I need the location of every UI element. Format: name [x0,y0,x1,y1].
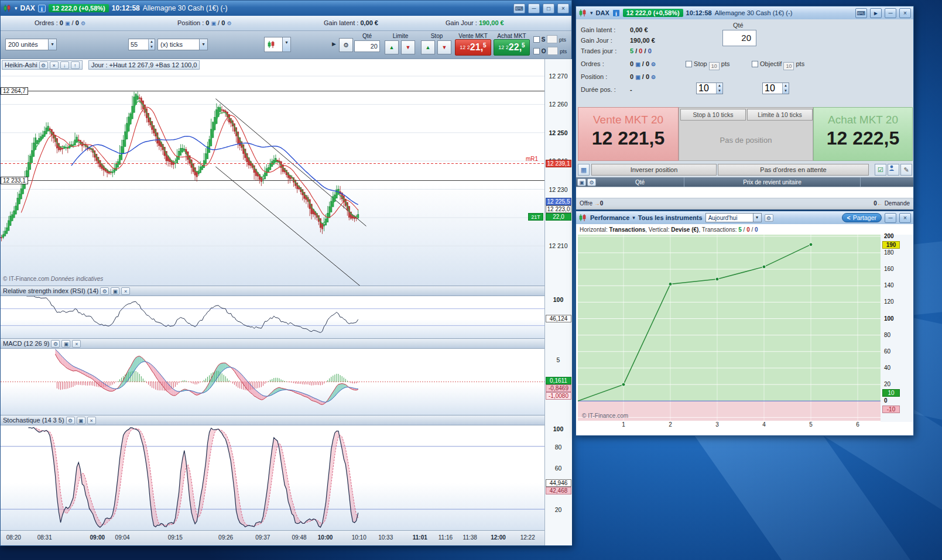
qty-input[interactable]: 20 [722,30,756,46]
objectif-pts-input[interactable]: 10 [783,62,794,70]
symbol-dropdown-icon[interactable]: ▾ [590,10,593,16]
performance-chart-canvas[interactable] [578,235,881,421]
maximize-button[interactable]: □ [543,4,554,13]
sell-market-toolbar-button[interactable]: 12 221,5 [455,39,491,56]
study-settings-icon[interactable]: ⚙ [39,61,48,69]
edit-orders-icon[interactable]: ✎ [900,164,912,176]
perf-tick-label: 200 [884,233,907,239]
col-unit-cost[interactable]: Prix de revient unitaire [684,179,860,185]
settings-wrench-icon[interactable]: ⚙ [339,38,353,52]
macd-value-box: -0,8469 [546,384,571,392]
qty-toolbar-input[interactable]: 20 [354,40,380,52]
table-settings-icon[interactable]: ⚙ [587,178,596,186]
minimize-button[interactable]: ─ [528,4,540,13]
sell-market-button[interactable]: Vente MKT 20 12 221,5 [578,107,679,161]
rsi-chart-canvas[interactable] [1,296,544,338]
price-change-badge: 12 222,0 (+0,58%) [623,9,683,17]
perf-xtick-label: 2 [664,421,676,428]
order-window-titlebar[interactable]: ▾ DAX i 12 222,0 (+0,58%) 10:12:58 Allem… [576,6,913,19]
keyboard-shortcuts-button[interactable]: ⌨ [855,8,867,18]
account-icon[interactable] [888,164,899,176]
stoch-window-icon[interactable]: ▣ [77,417,85,424]
study-move-up-icon[interactable]: ↑ [71,61,80,69]
macd-chart-canvas[interactable] [1,349,544,415]
instruments-dropdown[interactable]: Tous les instruments [638,214,703,221]
buy-market-toolbar-button[interactable]: 12 222,5 [494,39,530,56]
position-window-icon[interactable]: ▣ [635,74,640,80]
stop-distance-stepper[interactable]: 10 ▲▼ [696,83,723,94]
minimize-button[interactable]: ─ [885,8,896,18]
rsi-close-icon[interactable]: × [121,287,130,295]
chart-style-button[interactable]: ▾ [264,37,291,52]
target-distance-stepper[interactable]: 10 ▲▼ [762,83,789,94]
pin-window-button[interactable]: ► [870,8,882,18]
stoch-close-icon[interactable]: × [87,417,96,424]
stop-ticks-button[interactable]: Stop à 10 ticks [680,109,746,121]
info-icon[interactable]: i [612,9,620,17]
expand-arrow-icon[interactable]: ▶ [332,41,336,47]
account-summary-bar: Ordres : 0 ▣ / 0 ⚙ Position : 0 ▣ / 0 ⚙ … [1,16,571,31]
position-settings-icon[interactable]: ⚙ [227,20,231,26]
symbol-dropdown-icon[interactable]: ▾ [15,5,18,11]
duree-pos-value: - [630,86,632,93]
position-settings-icon[interactable]: ⚙ [651,74,656,80]
performance-titlebar[interactable]: Performance ▾ Tous les instruments Aujou… [576,211,913,224]
buy-limit-icon[interactable]: ▲ [385,40,399,54]
info-icon[interactable]: i [38,5,46,12]
performance-xaxis: 123456 [578,421,881,429]
no-pending-orders-button[interactable]: Pas d'ordres en attente [718,164,869,176]
chart-window-titlebar[interactable]: ▾ DAX i 12 222,0 (+0,58%) 10:12:58 Allem… [1,1,571,16]
performance-title: Performance [590,214,629,221]
stoch-settings-icon[interactable]: ⚙ [66,417,75,424]
period-dropdown[interactable]: Aujourd'hui▾ [705,213,762,222]
buy-market-button[interactable]: Achat MKT 20 12 222,5 [813,107,913,161]
position-window-icon[interactable]: ▣ [211,20,217,26]
keyboard-shortcuts-button[interactable]: ⌨ [513,4,525,13]
performance-settings-icon[interactable]: ⚙ [765,214,773,222]
orders-window-icon[interactable]: ▣ [635,61,640,67]
reverse-position-button[interactable]: Inverser position [591,164,717,176]
orders-settings-icon[interactable]: ⚙ [651,61,656,67]
stoch-chart-canvas[interactable] [1,425,544,530]
study-move-down-icon[interactable]: ↓ [60,61,69,69]
instruments-dropdown-icon[interactable]: ▾ [632,215,635,221]
study-close-icon[interactable]: × [50,61,59,69]
table-list-icon[interactable]: ▣ [577,178,586,186]
minimize-button[interactable]: ─ [885,213,896,223]
perf-xtick-label: 5 [805,421,817,428]
price-tick-label: 12 210 [545,242,571,249]
close-button[interactable]: × [899,213,911,223]
close-button[interactable]: × [557,4,569,13]
macd-settings-icon[interactable]: ⚙ [51,340,60,348]
target-pts-input[interactable] [547,47,558,55]
macd-window-icon[interactable]: ▣ [61,340,70,348]
timeframe-dropdown[interactable]: (x) ticks▾ [157,39,208,50]
confirm-table-icon[interactable]: ☑ [875,164,886,176]
orders-settings-icon[interactable]: ⚙ [81,20,85,26]
sell-limit-icon[interactable]: ▼ [401,40,415,54]
objectif-checkbox[interactable] [752,61,758,67]
period-stepper[interactable]: 55 ▲▼ [128,39,155,50]
stop-attach-checkbox[interactable] [533,36,540,43]
time-tick-label: 11:01 [409,534,430,541]
stop-pts-input[interactable] [547,35,557,43]
share-button[interactable]: < Partager [842,213,882,222]
study-chip-heikin-ashi[interactable]: Heikin-Ashi ⚙ × ↓ ↑ [2,60,83,70]
rsi-settings-icon[interactable]: ⚙ [100,287,109,295]
orders-window-icon[interactable]: ▣ [65,20,70,26]
stop-pts-input[interactable]: 10 [709,62,720,70]
col-qty[interactable]: Qté [596,179,684,185]
sell-stop-icon[interactable]: ▼ [437,40,451,54]
close-button[interactable]: × [899,8,911,18]
macd-close-icon[interactable]: × [72,340,81,348]
buy-stop-icon[interactable]: ▲ [421,40,435,54]
rsi-window-icon[interactable]: ▣ [111,287,119,295]
price-chart-canvas[interactable]: Heikin-Ashi ⚙ × ↓ ↑ Jour : +Haut 12 267,… [1,59,544,286]
time-axis[interactable]: 08:2008:3109:0009:0409:1509:2609:3709:48… [1,530,544,545]
units-dropdown[interactable]: 200 unités▾ [5,39,57,50]
price-axis-column[interactable]: 12 27012 26012 25012 24012 23012 22012 2… [544,59,572,545]
positions-grid-icon[interactable]: ▦ [578,164,590,176]
stop-checkbox[interactable] [686,61,692,67]
limit-ticks-button[interactable]: Limite à 10 ticks [747,109,813,121]
target-attach-checkbox[interactable] [533,48,540,54]
